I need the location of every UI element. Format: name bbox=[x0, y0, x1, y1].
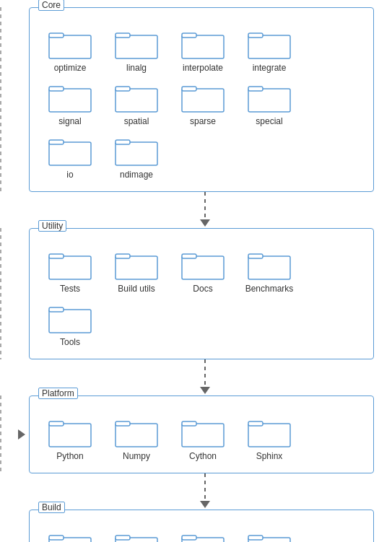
utility-section-box: Utility Tests bbox=[29, 228, 374, 359]
svg-rect-0 bbox=[49, 35, 91, 58]
svg-rect-13 bbox=[182, 87, 196, 91]
folder-icon-sparse bbox=[181, 82, 225, 113]
folder-label-sparse: sparse bbox=[190, 116, 216, 126]
connector-2 bbox=[29, 359, 381, 395]
side-arrow-platform bbox=[18, 429, 25, 440]
svg-rect-27 bbox=[248, 254, 263, 258]
folder-icon-appveyor bbox=[181, 530, 225, 542]
folder-label-signal: signal bbox=[58, 116, 81, 126]
folder-icon-io bbox=[48, 135, 92, 167]
folder-icon-signal bbox=[48, 82, 92, 113]
folder-label-numpy: Numpy bbox=[123, 451, 150, 461]
diagram-container: Core optimize bbox=[0, 0, 392, 542]
platform-section-wrapper: Platform Python bbox=[11, 395, 381, 473]
folder-icon-integrate bbox=[248, 28, 291, 60]
svg-rect-22 bbox=[116, 256, 157, 279]
svg-rect-35 bbox=[182, 421, 196, 426]
folder-icon-benchmarks bbox=[248, 249, 291, 281]
svg-rect-2 bbox=[116, 35, 157, 58]
folder-interpolate: interpolate bbox=[174, 28, 232, 73]
svg-rect-14 bbox=[248, 89, 290, 112]
folder-label-spatial: spatial bbox=[124, 116, 149, 126]
folder-label-cython: Cython bbox=[189, 451, 217, 461]
folder-icon-windows bbox=[115, 530, 158, 542]
folder-label-interpolate: interpolate bbox=[183, 63, 223, 73]
folder-special: special bbox=[240, 82, 298, 126]
core-section-content: optimize linalg bbox=[30, 8, 373, 191]
folder-label-python: Python bbox=[56, 451, 83, 461]
folder-label-build-utils: Build utils bbox=[118, 284, 154, 294]
svg-rect-36 bbox=[248, 424, 290, 447]
folder-windows: Windows bbox=[108, 530, 165, 542]
svg-rect-31 bbox=[49, 421, 64, 426]
folder-label-benchmarks: Benchmarks bbox=[245, 284, 294, 294]
svg-rect-9 bbox=[49, 87, 64, 91]
folder-icon-optimize bbox=[48, 28, 92, 60]
folder-build-utils: Build utils bbox=[108, 249, 165, 294]
folder-label-linalg: linalg bbox=[126, 63, 147, 73]
svg-rect-12 bbox=[182, 89, 224, 112]
folder-ndimage: ndimage bbox=[108, 135, 165, 180]
svg-rect-24 bbox=[182, 256, 224, 279]
platform-section-box: Platform Python bbox=[29, 395, 374, 473]
folder-io: io bbox=[41, 135, 99, 180]
dashed-line-1 bbox=[204, 192, 206, 221]
svg-rect-1 bbox=[49, 33, 64, 38]
folder-integrate: integrate bbox=[240, 28, 298, 73]
svg-rect-26 bbox=[248, 256, 290, 279]
svg-rect-32 bbox=[116, 424, 157, 447]
utility-section-content: Tests Build utils bbox=[30, 229, 373, 359]
dashed-line-2 bbox=[204, 359, 206, 388]
folder-numpy: Numpy bbox=[108, 416, 165, 461]
left-dashed-line-platform bbox=[0, 395, 1, 473]
svg-rect-39 bbox=[49, 536, 64, 540]
svg-rect-18 bbox=[116, 142, 157, 165]
folder-label-sphinx: Sphinx bbox=[256, 451, 283, 461]
arrow-2 bbox=[200, 387, 210, 394]
svg-rect-30 bbox=[49, 424, 91, 447]
folder-docs: Docs bbox=[174, 249, 232, 294]
core-section-wrapper: Core optimize bbox=[11, 7, 381, 192]
folder-tests: Tests bbox=[41, 249, 99, 294]
svg-rect-43 bbox=[182, 536, 196, 540]
svg-rect-41 bbox=[116, 536, 130, 540]
folder-icon-sphinx bbox=[248, 416, 291, 448]
svg-rect-19 bbox=[116, 140, 130, 144]
folder-blas-lapack: Blas/Lapack bbox=[41, 530, 99, 542]
folder-label-tests: Tests bbox=[60, 284, 80, 294]
svg-rect-45 bbox=[248, 536, 263, 540]
folder-linalg: linalg bbox=[108, 28, 165, 73]
folder-spatial: spatial bbox=[108, 82, 165, 126]
platform-section-content: Python Numpy bbox=[30, 396, 373, 473]
folder-icon-cython bbox=[181, 416, 225, 448]
svg-rect-29 bbox=[49, 307, 64, 312]
folder-cython: Cython bbox=[174, 416, 232, 461]
folder-label-ndimage: ndimage bbox=[120, 170, 153, 180]
folder-icon-linalg bbox=[115, 28, 158, 60]
folder-icon-ndimage bbox=[115, 135, 158, 167]
build-label: Build bbox=[38, 502, 65, 513]
svg-rect-3 bbox=[116, 33, 130, 38]
folder-icon-tests bbox=[48, 249, 92, 281]
dashed-line-3 bbox=[204, 473, 206, 502]
folder-icon-docs bbox=[181, 249, 225, 281]
folder-sphinx: Sphinx bbox=[240, 416, 298, 461]
svg-rect-15 bbox=[248, 87, 263, 91]
left-dashed-line-core bbox=[0, 7, 1, 192]
utility-label: Utility bbox=[38, 220, 66, 232]
folder-signal: signal bbox=[41, 82, 99, 126]
core-section-box: Core optimize bbox=[29, 7, 374, 192]
left-dashed-line-utility bbox=[0, 228, 1, 359]
folder-icon-travis bbox=[248, 530, 291, 542]
folder-icon-python bbox=[48, 416, 92, 448]
svg-rect-21 bbox=[49, 254, 64, 258]
core-label: Core bbox=[38, 0, 64, 11]
svg-rect-11 bbox=[116, 87, 130, 91]
folder-icon-numpy bbox=[115, 416, 158, 448]
connector-1 bbox=[29, 192, 381, 228]
svg-rect-28 bbox=[49, 310, 91, 333]
connector-3 bbox=[29, 473, 381, 510]
svg-rect-5 bbox=[182, 33, 196, 38]
build-section-content: Blas/Lapack Windows bbox=[30, 510, 373, 542]
arrow-3 bbox=[200, 501, 210, 508]
